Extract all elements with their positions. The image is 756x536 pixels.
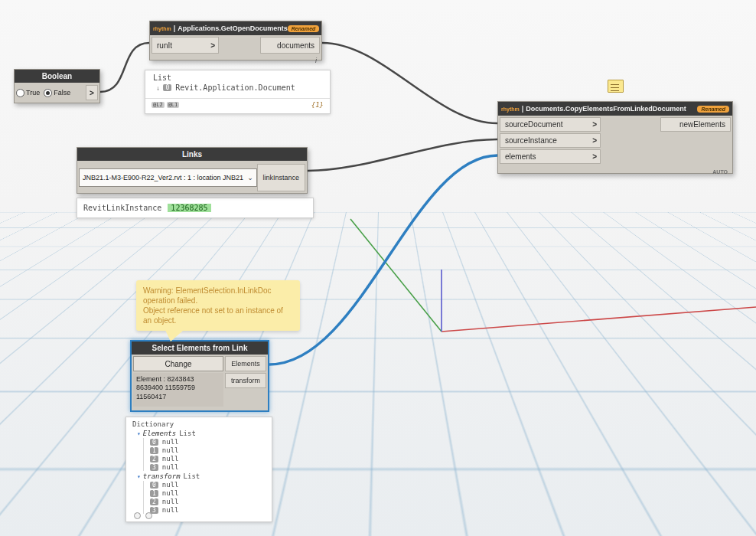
port-chevron-icon: > bbox=[592, 152, 597, 161]
output-port-transform[interactable]: transform bbox=[225, 373, 266, 388]
preview-expand-icon[interactable] bbox=[145, 512, 152, 519]
node-get-open-documents-title: Applications.GetOpenDocuments bbox=[178, 25, 288, 32]
expander-icon[interactable]: ▾ bbox=[137, 473, 141, 480]
renamed-badge: Renamed bbox=[288, 25, 320, 32]
renamed-badge: Renamed bbox=[697, 106, 729, 113]
dynamo-workspace[interactable]: Boolean True False > rhythm Applications… bbox=[0, 0, 756, 536]
note-icon[interactable] bbox=[608, 80, 624, 93]
input-port-sourceinstance[interactable]: sourceInstance > bbox=[500, 133, 601, 148]
link-dropdown-value: JNB21.1-M3-E900-R22_Ver2.rvt : 1 : locat… bbox=[83, 174, 243, 181]
chevron-down-icon: ⌄ bbox=[244, 174, 253, 181]
dictionary-key: transform bbox=[143, 472, 181, 480]
input-port-sourcedocument[interactable]: sourceDocument > bbox=[500, 117, 601, 132]
lacing-indicator[interactable]: AUTO bbox=[498, 167, 732, 176]
node-info-indicator: i bbox=[150, 55, 321, 65]
dictionary-item: 2 null bbox=[150, 498, 267, 505]
input-elements-label: elements bbox=[505, 152, 536, 161]
node-boolean-title: Boolean bbox=[42, 72, 72, 80]
node-select-elements[interactable]: Select Elements from Link Change Element… bbox=[130, 340, 269, 412]
level-badge-l1[interactable]: @L1 bbox=[167, 102, 180, 108]
dictionary-item: 0 null bbox=[150, 438, 267, 446]
warning-line2: Object reference not set to an instance … bbox=[143, 306, 293, 325]
list-marker-icon: ↓ bbox=[156, 84, 160, 92]
list-count: {1} bbox=[311, 101, 324, 109]
output-documents-label: documents bbox=[277, 41, 314, 50]
radio-false[interactable] bbox=[44, 89, 52, 97]
node-select-elements-title: Select Elements from Link bbox=[152, 344, 247, 352]
preview-pin-icon[interactable] bbox=[134, 512, 141, 519]
wire-linkinstance-to-sourceinstance[interactable] bbox=[308, 139, 497, 171]
node-boolean[interactable]: Boolean True False > bbox=[14, 69, 100, 103]
input-sourceinstance-label: sourceInstance bbox=[505, 136, 557, 145]
dictionary-root-label: Dictionary bbox=[132, 420, 267, 428]
node-links[interactable]: Links JNB21.1-M3-E900-R22_Ver2.rvt : 1 :… bbox=[77, 147, 308, 194]
output-port-linkinstance[interactable]: linkInstance bbox=[257, 164, 305, 191]
wire-documents-to-sourcedocument[interactable] bbox=[322, 43, 497, 123]
dictionary-preview-bubble: Dictionary ▾ Elements List 0 null 1 null… bbox=[125, 417, 272, 522]
output-port-elements[interactable]: Elements bbox=[225, 356, 266, 371]
list-item-value: Revit.Application.Document bbox=[175, 83, 295, 92]
input-port-runit[interactable]: runIt > bbox=[152, 37, 219, 54]
input-runit-label: runIt bbox=[157, 41, 172, 50]
linkinstance-preview-bubble: RevitLinkInstance 12368285 bbox=[77, 198, 314, 218]
port-chevron-icon: > bbox=[90, 89, 94, 97]
output-elements-label: Elements bbox=[231, 360, 260, 368]
wire-boolean-to-runit[interactable] bbox=[100, 43, 149, 92]
link-dropdown[interactable]: JNB21.1-M3-E900-R22_Ver2.rvt : 1 : locat… bbox=[79, 168, 257, 187]
linkinstance-value: 12368285 bbox=[168, 204, 210, 212]
output-transform-label: transform bbox=[231, 377, 260, 384]
dictionary-item: 3 null bbox=[150, 506, 267, 514]
output-linkinstance-label: linkInstance bbox=[263, 174, 300, 181]
node-copy-elements-header: rhythm Documents.CopyElementsFromLinkedD… bbox=[498, 102, 732, 116]
change-button[interactable]: Change bbox=[133, 356, 223, 371]
warning-line1: Warning: ElementSelection.InLinkDoc oper… bbox=[143, 286, 293, 306]
port-chevron-icon: > bbox=[592, 120, 597, 129]
rhythm-package-label: rhythm bbox=[153, 25, 178, 32]
dictionary-group-elements: ▾ Elements List 0 null 1 null 2 null bbox=[132, 430, 267, 471]
node-links-title: Links bbox=[182, 150, 202, 159]
node-links-header: Links bbox=[77, 148, 307, 161]
dictionary-item: 3 null bbox=[150, 463, 267, 471]
radio-true-label: True bbox=[26, 89, 40, 96]
radio-false-label: False bbox=[54, 89, 70, 96]
input-port-elements[interactable]: elements > bbox=[500, 149, 601, 164]
port-chevron-icon: > bbox=[592, 136, 597, 145]
boolean-output-port[interactable]: > bbox=[86, 85, 98, 100]
list-index-badge: 0 bbox=[163, 84, 171, 91]
dictionary-item: 1 null bbox=[150, 489, 267, 497]
node-copy-elements-title: Documents.CopyElementsFromLinkedDocument bbox=[526, 105, 686, 113]
node-get-open-documents-header: rhythm Applications.GetOpenDocuments Ren… bbox=[150, 21, 321, 35]
node-copy-elements[interactable]: rhythm Documents.CopyElementsFromLinkedD… bbox=[497, 101, 733, 174]
output-port-newelements[interactable]: newElements bbox=[660, 117, 731, 132]
output-port-documents[interactable]: documents bbox=[260, 37, 320, 54]
dictionary-item: 1 null bbox=[150, 446, 267, 454]
dictionary-item: 2 null bbox=[150, 455, 267, 462]
level-badge-l2[interactable]: @L2 bbox=[152, 102, 165, 108]
dictionary-key: Elements bbox=[143, 430, 176, 437]
node-boolean-header: Boolean bbox=[15, 70, 99, 83]
node-select-elements-header: Select Elements from Link bbox=[132, 342, 268, 355]
output-newelements-label: newElements bbox=[679, 120, 725, 129]
input-sourcedocument-label: sourceDocument bbox=[505, 120, 563, 129]
rhythm-package-label: rhythm bbox=[501, 105, 526, 113]
linkinstance-label: RevitLinkInstance bbox=[83, 204, 161, 212]
dictionary-group-transform: ▾ transform List 0 null 1 null 2 null bbox=[132, 472, 267, 514]
warning-tooltip: Warning: ElementSelection.InLinkDoc oper… bbox=[136, 280, 300, 331]
expander-icon[interactable]: ▾ bbox=[137, 430, 141, 437]
radio-true[interactable] bbox=[16, 89, 24, 97]
list-preview-bubble: List ↓ 0 Revit.Application.Document @L2 … bbox=[145, 70, 331, 114]
dictionary-item: 0 null bbox=[150, 481, 267, 489]
port-chevron-icon: > bbox=[210, 41, 215, 50]
selection-summary: Element : 8243843 8639400 11559759 11560… bbox=[133, 373, 223, 407]
list-type-label: List bbox=[145, 70, 330, 82]
dictionary-type: List bbox=[179, 430, 196, 437]
dictionary-type: List bbox=[184, 472, 200, 480]
node-get-open-documents[interactable]: rhythm Applications.GetOpenDocuments Ren… bbox=[149, 21, 322, 60]
